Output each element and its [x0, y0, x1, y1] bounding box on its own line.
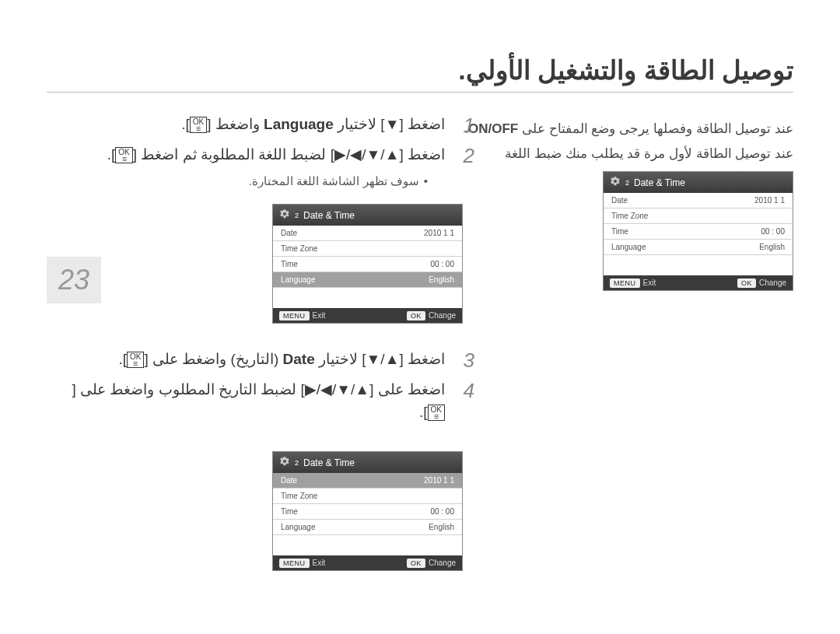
row-timezone: Time Zone — [273, 241, 462, 257]
row-date-highlighted: Date2010 1 1 — [273, 473, 462, 489]
step-number: 2 — [459, 144, 474, 168]
step-2: 2 اضغط [▲/▼/◀/▶] لضبط اللغة المطلوبة ثم … — [70, 144, 474, 168]
ok-icon: OK☰ — [190, 117, 207, 133]
step-number: 1 — [459, 114, 474, 138]
panel-title: Date & Time — [303, 210, 355, 221]
step-note: •سوف تظهر الشاشة اللغة المختارة. — [70, 174, 428, 188]
menu-button-label: MENU — [279, 311, 310, 321]
sub-icon: 2 — [625, 179, 629, 187]
steps-group-2: 3 اضغط [▲/▼] لاختيار Date (التاريخ) واضغ… — [70, 349, 474, 429]
menu-button-label: MENU — [610, 278, 640, 288]
row-date: Date2010 1 1 — [604, 193, 793, 208]
gear-icon — [610, 176, 621, 189]
ok-icon: OK☰ — [428, 405, 445, 421]
panel-title: Date & Time — [303, 457, 355, 468]
gear-icon — [279, 208, 290, 222]
panel-header: 2 Date & Time — [604, 172, 793, 193]
page-number: 23 — [58, 264, 89, 296]
ok-icon: OK☰ — [115, 147, 132, 163]
row-timezone: Time Zone — [273, 489, 462, 504]
panel-title: Date & Time — [634, 177, 685, 188]
row-time: Time00 : 00 — [273, 504, 462, 520]
panel-header: 2 Date & Time — [273, 205, 462, 226]
row-language: LanguageEnglish — [604, 240, 793, 255]
panel-footer: MENUExit OKChange — [273, 555, 462, 570]
row-date: Date2010 1 1 — [273, 226, 462, 241]
ok-button-label: OK — [737, 278, 756, 288]
step-3: 3 اضغط [▲/▼] لاختيار Date (التاريخ) واضغ… — [70, 349, 474, 373]
settings-panel-1: 2 Date & Time Date2010 1 1 Time Zone Tim… — [603, 171, 793, 291]
manual-page: توصيل الطاقة والتشغيل الأولي. عند توصيل … — [0, 0, 840, 634]
row-language-highlighted: LanguageEnglish — [273, 272, 462, 288]
row-time: Time00 : 00 — [604, 224, 793, 240]
row-time: Time00 : 00 — [273, 257, 462, 272]
settings-panel-3: 2 Date & Time Date2010 1 1 Time Zone Tim… — [272, 451, 463, 571]
page-title: توصيل الطاقة والتشغيل الأولي. — [47, 54, 793, 93]
panel-header: 2 Date & Time — [273, 452, 462, 473]
ok-button-label: OK — [407, 311, 425, 321]
gear-icon — [279, 456, 290, 469]
row-timezone: Time Zone — [604, 208, 793, 224]
step-number: 3 — [459, 349, 474, 373]
step-1: 1 اضغط [▼] لاختيار Language واضغط [OK☰]. — [70, 114, 474, 138]
menu-button-label: MENU — [279, 559, 310, 568]
settings-panel-2: 2 Date & Time Date2010 1 1 Time Zone Tim… — [272, 204, 463, 324]
step-4: 4 اضغط على [▲/▼/◀/▶] لضبط التاريخ المطلو… — [70, 379, 474, 423]
page-number-box: 23 — [47, 257, 101, 303]
sub-icon: 2 — [295, 212, 299, 219]
steps-group-1: 1 اضغط [▼] لاختيار Language واضغط [OK☰].… — [70, 114, 474, 196]
row-language: LanguageEnglish — [273, 520, 462, 535]
panel-footer: MENUExit OKChange — [604, 275, 793, 290]
step-number: 4 — [459, 379, 474, 403]
panel-footer: MENUExit OKChange — [273, 308, 462, 323]
ok-icon: OK☰ — [127, 352, 144, 368]
sub-icon: 2 — [295, 459, 299, 467]
ok-button-label: OK — [407, 559, 425, 568]
